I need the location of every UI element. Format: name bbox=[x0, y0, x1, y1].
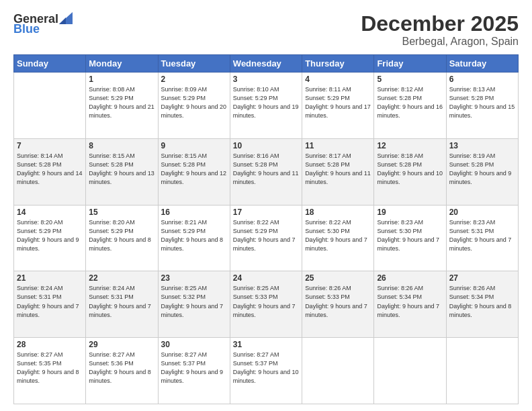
weekday-header: Saturday bbox=[446, 55, 518, 73]
calendar-cell: 6Sunrise: 8:13 AMSunset: 5:28 PMDaylight… bbox=[446, 73, 518, 139]
day-info: Sunrise: 8:13 AMSunset: 5:28 PMDaylight:… bbox=[449, 85, 515, 120]
weekday-header: Wednesday bbox=[230, 55, 302, 73]
svg-marker-1 bbox=[59, 17, 66, 24]
calendar-table: SundayMondayTuesdayWednesdayThursdayFrid… bbox=[13, 54, 519, 404]
calendar-cell bbox=[14, 73, 86, 139]
calendar-cell: 28Sunrise: 8:27 AMSunset: 5:35 PMDayligh… bbox=[14, 338, 86, 404]
calendar-cell: 17Sunrise: 8:22 AMSunset: 5:29 PMDayligh… bbox=[230, 205, 302, 271]
day-number: 15 bbox=[89, 208, 154, 217]
day-info: Sunrise: 8:23 AMSunset: 5:31 PMDaylight:… bbox=[449, 218, 515, 253]
day-number: 29 bbox=[89, 340, 154, 349]
calendar-cell: 24Sunrise: 8:25 AMSunset: 5:33 PMDayligh… bbox=[230, 271, 302, 338]
calendar-cell: 18Sunrise: 8:22 AMSunset: 5:30 PMDayligh… bbox=[302, 205, 374, 271]
calendar-cell: 26Sunrise: 8:26 AMSunset: 5:34 PMDayligh… bbox=[374, 271, 446, 338]
day-number: 20 bbox=[449, 208, 515, 217]
calendar-cell: 4Sunrise: 8:11 AMSunset: 5:29 PMDaylight… bbox=[302, 73, 374, 139]
logo-blue: Blue bbox=[13, 23, 40, 35]
day-info: Sunrise: 8:27 AMSunset: 5:37 PMDaylight:… bbox=[233, 351, 299, 385]
day-info: Sunrise: 8:08 AMSunset: 5:29 PMDaylight:… bbox=[89, 85, 154, 120]
day-number: 26 bbox=[377, 273, 443, 283]
day-info: Sunrise: 8:11 AMSunset: 5:29 PMDaylight:… bbox=[305, 85, 371, 120]
calendar-cell: 9Sunrise: 8:15 AMSunset: 5:28 PMDaylight… bbox=[158, 138, 230, 205]
calendar-cell: 19Sunrise: 8:23 AMSunset: 5:30 PMDayligh… bbox=[374, 205, 446, 271]
day-number: 25 bbox=[305, 273, 371, 283]
calendar-week-row: 7Sunrise: 8:14 AMSunset: 5:28 PMDaylight… bbox=[14, 138, 519, 205]
day-info: Sunrise: 8:15 AMSunset: 5:28 PMDaylight:… bbox=[89, 152, 154, 187]
calendar-cell: 31Sunrise: 8:27 AMSunset: 5:37 PMDayligh… bbox=[230, 338, 302, 404]
day-number: 17 bbox=[233, 208, 299, 217]
day-number: 31 bbox=[233, 340, 299, 349]
day-number: 13 bbox=[449, 141, 515, 150]
calendar-cell: 22Sunrise: 8:24 AMSunset: 5:31 PMDayligh… bbox=[86, 271, 158, 338]
day-number: 4 bbox=[305, 75, 371, 84]
day-info: Sunrise: 8:18 AMSunset: 5:28 PMDaylight:… bbox=[377, 152, 443, 187]
day-number: 9 bbox=[161, 141, 227, 150]
day-info: Sunrise: 8:14 AMSunset: 5:28 PMDaylight:… bbox=[17, 152, 83, 187]
calendar-cell: 8Sunrise: 8:15 AMSunset: 5:28 PMDaylight… bbox=[86, 138, 158, 205]
weekday-header: Tuesday bbox=[158, 55, 230, 73]
calendar-cell: 1Sunrise: 8:08 AMSunset: 5:29 PMDaylight… bbox=[86, 73, 158, 139]
day-number: 6 bbox=[449, 75, 515, 84]
title-block: December 2025 Berbegal, Aragon, Spain bbox=[361, 12, 519, 48]
calendar-week-row: 28Sunrise: 8:27 AMSunset: 5:35 PMDayligh… bbox=[14, 338, 519, 404]
day-number: 23 bbox=[161, 273, 227, 283]
calendar-week-row: 1Sunrise: 8:08 AMSunset: 5:29 PMDaylight… bbox=[14, 73, 519, 139]
day-number: 11 bbox=[305, 141, 371, 150]
calendar-cell bbox=[302, 338, 374, 404]
calendar-cell: 27Sunrise: 8:26 AMSunset: 5:34 PMDayligh… bbox=[446, 271, 518, 338]
weekday-header: Friday bbox=[374, 55, 446, 73]
day-number: 2 bbox=[161, 75, 227, 84]
day-info: Sunrise: 8:24 AMSunset: 5:31 PMDaylight:… bbox=[89, 284, 154, 319]
calendar-cell: 20Sunrise: 8:23 AMSunset: 5:31 PMDayligh… bbox=[446, 205, 518, 271]
page-title: December 2025 bbox=[361, 12, 519, 36]
calendar-cell: 11Sunrise: 8:17 AMSunset: 5:28 PMDayligh… bbox=[302, 138, 374, 205]
day-number: 12 bbox=[377, 141, 443, 150]
day-info: Sunrise: 8:22 AMSunset: 5:29 PMDaylight:… bbox=[233, 218, 299, 253]
calendar-cell bbox=[374, 338, 446, 404]
day-info: Sunrise: 8:27 AMSunset: 5:37 PMDaylight:… bbox=[161, 351, 227, 385]
day-info: Sunrise: 8:12 AMSunset: 5:28 PMDaylight:… bbox=[377, 85, 443, 120]
calendar-week-row: 21Sunrise: 8:24 AMSunset: 5:31 PMDayligh… bbox=[14, 271, 519, 338]
weekday-header: Thursday bbox=[302, 55, 374, 73]
calendar-cell: 2Sunrise: 8:09 AMSunset: 5:29 PMDaylight… bbox=[158, 73, 230, 139]
calendar-cell: 3Sunrise: 8:10 AMSunset: 5:29 PMDaylight… bbox=[230, 73, 302, 139]
calendar-cell: 30Sunrise: 8:27 AMSunset: 5:37 PMDayligh… bbox=[158, 338, 230, 404]
calendar-cell: 23Sunrise: 8:25 AMSunset: 5:32 PMDayligh… bbox=[158, 271, 230, 338]
day-number: 28 bbox=[17, 340, 83, 349]
day-number: 24 bbox=[233, 273, 299, 283]
day-info: Sunrise: 8:10 AMSunset: 5:29 PMDaylight:… bbox=[233, 85, 299, 120]
calendar-cell: 5Sunrise: 8:12 AMSunset: 5:28 PMDaylight… bbox=[374, 73, 446, 139]
day-number: 27 bbox=[449, 273, 515, 283]
page: General Blue December 2025 Berbegal, Ara… bbox=[0, 0, 532, 411]
day-number: 14 bbox=[17, 208, 83, 217]
day-info: Sunrise: 8:26 AMSunset: 5:34 PMDaylight:… bbox=[449, 284, 515, 319]
day-info: Sunrise: 8:20 AMSunset: 5:29 PMDaylight:… bbox=[17, 218, 83, 253]
day-number: 21 bbox=[17, 273, 83, 283]
logo-icon bbox=[59, 12, 73, 24]
day-info: Sunrise: 8:19 AMSunset: 5:28 PMDaylight:… bbox=[449, 152, 515, 187]
calendar-cell bbox=[446, 338, 518, 404]
day-number: 16 bbox=[161, 208, 227, 217]
day-info: Sunrise: 8:25 AMSunset: 5:33 PMDaylight:… bbox=[233, 284, 299, 319]
header: General Blue December 2025 Berbegal, Ara… bbox=[13, 12, 519, 48]
day-info: Sunrise: 8:15 AMSunset: 5:28 PMDaylight:… bbox=[161, 152, 227, 187]
day-info: Sunrise: 8:17 AMSunset: 5:28 PMDaylight:… bbox=[305, 152, 371, 187]
calendar-cell: 25Sunrise: 8:26 AMSunset: 5:33 PMDayligh… bbox=[302, 271, 374, 338]
logo: General Blue bbox=[13, 12, 73, 35]
calendar-header-row: SundayMondayTuesdayWednesdayThursdayFrid… bbox=[14, 55, 519, 73]
day-info: Sunrise: 8:21 AMSunset: 5:29 PMDaylight:… bbox=[161, 218, 227, 253]
day-number: 1 bbox=[89, 75, 154, 84]
day-info: Sunrise: 8:23 AMSunset: 5:30 PMDaylight:… bbox=[377, 218, 443, 253]
day-number: 18 bbox=[305, 208, 371, 217]
calendar-cell: 13Sunrise: 8:19 AMSunset: 5:28 PMDayligh… bbox=[446, 138, 518, 205]
day-number: 8 bbox=[89, 141, 154, 150]
weekday-header: Monday bbox=[86, 55, 158, 73]
calendar-cell: 12Sunrise: 8:18 AMSunset: 5:28 PMDayligh… bbox=[374, 138, 446, 205]
day-info: Sunrise: 8:26 AMSunset: 5:34 PMDaylight:… bbox=[377, 284, 443, 319]
calendar-cell: 15Sunrise: 8:20 AMSunset: 5:29 PMDayligh… bbox=[86, 205, 158, 271]
weekday-header: Sunday bbox=[14, 55, 86, 73]
calendar-cell: 29Sunrise: 8:27 AMSunset: 5:36 PMDayligh… bbox=[86, 338, 158, 404]
day-info: Sunrise: 8:16 AMSunset: 5:28 PMDaylight:… bbox=[233, 152, 299, 187]
day-info: Sunrise: 8:25 AMSunset: 5:32 PMDaylight:… bbox=[161, 284, 227, 319]
day-info: Sunrise: 8:20 AMSunset: 5:29 PMDaylight:… bbox=[89, 218, 154, 253]
